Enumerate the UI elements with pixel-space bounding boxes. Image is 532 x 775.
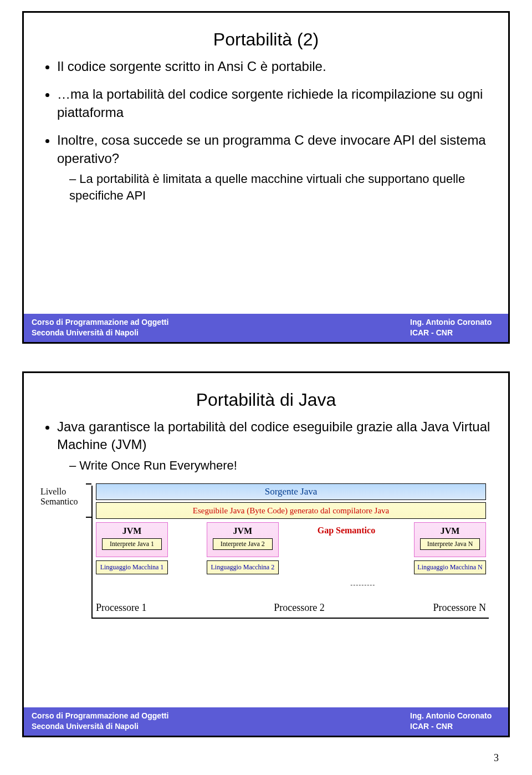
slide-1-bullets: Il codice sorgente scritto in Ansi C è p…: [57, 58, 492, 203]
bullet-s2-1-sub-item: Write Once Run Everywhere!: [69, 457, 492, 474]
jvm-col-2: JVM Interprete Java 2 Linguaggio Macchin…: [207, 522, 279, 574]
jvm-row: JVM Interprete Java 1 Linguaggio Macchin…: [96, 522, 486, 600]
gap-semantico-label: Gap Semantico: [318, 522, 375, 536]
footer-course: Corso di Programmazione ad Oggetti: [32, 317, 266, 328]
slide-2-footer: Corso di Programmazione ad Oggetti Ing. …: [24, 707, 508, 736]
lang-n: Linguaggio Macchina N: [414, 560, 486, 574]
bullet-s2-1: Java garantisce la portabilità del codic…: [57, 418, 492, 473]
jvm-label-1: JVM: [100, 526, 164, 536]
jvm-col-n: JVM Interprete Java N Linguaggio Macchin…: [414, 522, 486, 574]
bullet-3-sub: La portabilità è limitata a quelle macch…: [69, 171, 492, 203]
top-rows: Sorgente Java Eseguibile Java (Byte Code…: [96, 483, 486, 519]
interp-2: Interprete Java 2: [213, 538, 273, 550]
axis-vertical: [91, 486, 93, 619]
footer-course-2: Corso di Programmazione ad Oggetti: [32, 711, 266, 722]
footer-author: Ing. Antonio Coronato: [266, 317, 500, 328]
source-java-row: Sorgente Java: [96, 483, 486, 500]
interp-1: Interprete Java 1: [102, 538, 162, 550]
continuation-dots: ---------: [350, 581, 375, 600]
proc-n: Processore N: [397, 602, 486, 614]
semantic-level-label: Livello Semantico: [40, 487, 84, 507]
jvm-label-2: JVM: [211, 526, 275, 536]
slide-2-bullets: Java garantisce la portabilità del codic…: [57, 418, 492, 473]
page: Portabilità (2) Il codice sorgente scrit…: [0, 0, 532, 775]
processor-row: Processore 1 Processore 2 Processore N: [96, 602, 486, 614]
proc-2: Processore 2: [185, 602, 397, 614]
footer-university-2: Seconda Università di Napoli: [32, 721, 266, 732]
lang-2: Linguaggio Macchina 2: [207, 560, 279, 574]
bullet-3: Inoltre, cosa succede se un programma C …: [57, 131, 492, 203]
slide-2-title: Portabilità di Java: [40, 390, 492, 410]
jvm-box-1: JVM Interprete Java 1: [96, 522, 168, 557]
jvm-box-2: JVM Interprete Java 2: [207, 522, 279, 557]
bullet-s2-1-sub: Write Once Run Everywhere!: [69, 457, 492, 474]
slide-2: Portabilità di Java Java garantisce la p…: [22, 371, 510, 737]
slide-1-footer: Corso di Programmazione ad Oggetti Ing. …: [24, 314, 508, 342]
slide-1-body: Portabilità (2) Il codice sorgente scrit…: [24, 13, 508, 314]
jvm-col-1: JVM Interprete Java 1 Linguaggio Macchin…: [96, 522, 168, 574]
proc-1: Processore 1: [96, 602, 185, 614]
jvm-diagram: Livello Semantico Sorgente Java Eseguibi…: [40, 483, 492, 633]
bullet-s2-1-text: Java garantisce la portabilità del codic…: [57, 419, 490, 452]
bytecode-row: Eseguibile Java (Byte Code) generato dal…: [96, 502, 486, 519]
slide-1: Portabilità (2) Il codice sorgente scrit…: [22, 11, 510, 344]
slide-1-title: Portabilità (2): [40, 29, 492, 50]
gap-column: Gap Semantico ---------: [318, 522, 375, 600]
page-number: 3: [494, 752, 499, 764]
bullet-2: …ma la portabilità del codice sorgente r…: [57, 85, 492, 121]
jvm-box-n: JVM Interprete Java N: [414, 522, 486, 557]
slide-2-body: Portabilità di Java Java garantisce la p…: [24, 373, 508, 707]
lang-1: Linguaggio Macchina 1: [96, 560, 168, 574]
bullet-3-sub-item: La portabilità è limitata a quelle macch…: [69, 171, 492, 203]
footer-org-2: ICAR - CNR: [266, 721, 500, 732]
axis-horizontal: [91, 618, 489, 619]
footer-org: ICAR - CNR: [266, 328, 500, 339]
semantic-level-bracket: [86, 483, 91, 518]
footer-university: Seconda Università di Napoli: [32, 328, 266, 339]
bullet-3-text: Inoltre, cosa succede se un programma C …: [57, 132, 486, 165]
bullet-1: Il codice sorgente scritto in Ansi C è p…: [57, 58, 492, 75]
interp-n: Interprete Java N: [420, 538, 480, 550]
jvm-label-n: JVM: [418, 526, 482, 536]
footer-author-2: Ing. Antonio Coronato: [266, 711, 500, 722]
